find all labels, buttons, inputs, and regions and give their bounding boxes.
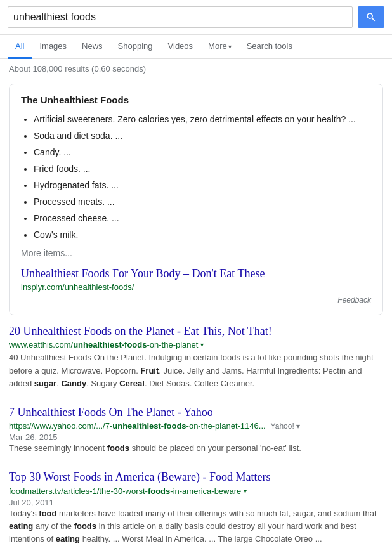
nav-tabs: All Images News Shopping Videos More▾ Se… — [0, 35, 392, 59]
search-input[interactable] — [13, 11, 347, 23]
result-url: www.eatthis.com/unhealthiest-foods-on-th… — [9, 340, 198, 349]
tab-search-tools[interactable]: Search tools — [239, 35, 300, 59]
result-date: Jul 20, 2011 — [9, 498, 383, 507]
result-url-dropdown[interactable]: ▾ — [200, 341, 204, 348]
search-header — [0, 0, 392, 35]
tab-videos[interactable]: Videos — [160, 35, 201, 59]
tab-all[interactable]: All — [8, 35, 32, 59]
list-item: Hydrogenated fats. ... — [34, 179, 371, 192]
result-title[interactable]: Top 30 Worst Foods in America (Beware) -… — [9, 471, 270, 483]
result-item: 20 Unhealthiest Foods on the Planet - Ea… — [9, 324, 383, 390]
result-item: Top 30 Worst Foods in America (Beware) -… — [9, 470, 383, 545]
tab-more[interactable]: More▾ — [200, 35, 239, 59]
result-date: Mar 26, 2015 — [9, 433, 383, 442]
list-item: Processed cheese. ... — [34, 212, 371, 225]
result-url: https://www.yahoo.com/.../7-unhealthiest… — [9, 421, 266, 431]
tab-news[interactable]: News — [74, 35, 110, 59]
search-button[interactable] — [358, 6, 384, 28]
tab-shopping[interactable]: Shopping — [110, 35, 160, 59]
results-container: 20 Unhealthiest Foods on the Planet - Ea… — [0, 324, 392, 545]
list-item: Artificial sweeteners. Zero calories yes… — [34, 113, 371, 126]
result-url-row: www.eatthis.com/unhealthiest-foods-on-th… — [9, 340, 383, 349]
result-snippet: 40 Unhealthiest Foods On the Planet. Ind… — [9, 351, 383, 389]
featured-result-url: inspiyr.com/unhealthiest-foods/ — [21, 282, 134, 292]
result-count: About 108,000 results (0.60 seconds) — [0, 59, 392, 79]
result-url-bold: unhealthiest-foods — [73, 340, 147, 349]
list-item: Cow's milk. — [34, 228, 371, 242]
featured-title: The Unhealthiest Foods — [21, 94, 371, 105]
featured-result-link[interactable]: Unhealthiest Foods For Your Body – Don't… — [21, 267, 371, 280]
result-url-row: foodmatters.tv/articles-1/the-30-worst-f… — [9, 486, 383, 496]
tab-images[interactable]: Images — [32, 35, 74, 59]
more-items-link[interactable]: More items... — [21, 248, 371, 258]
list-item: Fried foods. ... — [34, 162, 371, 176]
featured-snippet: The Unhealthiest Foods Artificial sweete… — [9, 84, 383, 315]
list-item: Processed meats. ... — [34, 195, 371, 209]
result-url-bold: foods — [148, 486, 170, 496]
more-dropdown-arrow: ▾ — [228, 43, 232, 50]
search-input-wrap — [8, 6, 353, 28]
search-icon — [365, 11, 377, 23]
featured-list: Artificial sweeteners. Zero calories yes… — [21, 113, 371, 242]
result-title[interactable]: 20 Unhealthiest Foods on the Planet - Ea… — [9, 325, 272, 337]
result-snippet: Today's food marketers have loaded many … — [9, 507, 383, 545]
result-title[interactable]: 7 Unhealthiest Foods On The Planet - Yah… — [9, 406, 213, 419]
list-item: Candy. ... — [34, 146, 371, 159]
result-item: 7 Unhealthiest Foods On The Planet - Yah… — [9, 405, 383, 455]
result-snippet: These seemingly innocent foods should be… — [9, 442, 383, 455]
result-url-dropdown[interactable]: ▾ — [244, 488, 247, 495]
result-url-row: https://www.yahoo.com/.../7-unhealthiest… — [9, 421, 383, 431]
yahoo-badge: Yahoo! ▾ — [271, 422, 300, 431]
result-url: foodmatters.tv/articles-1/the-30-worst-f… — [9, 486, 241, 496]
result-url-bold: unhealthiest-foods — [112, 421, 186, 431]
list-item: Soda and diet soda. ... — [34, 129, 371, 143]
feedback-label[interactable]: Feedback — [337, 296, 371, 304]
